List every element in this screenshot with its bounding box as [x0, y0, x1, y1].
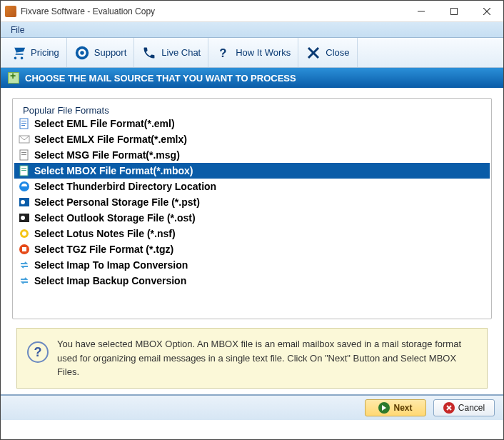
- svg-marker-30: [382, 405, 386, 411]
- cart-icon: [11, 45, 26, 61]
- svg-rect-13: [21, 125, 25, 126]
- headset-icon: [74, 45, 90, 61]
- format-label: Select TGZ File Format (*.tgz): [34, 244, 173, 255]
- envelope-icon: [19, 134, 30, 145]
- footer: Next Cancel: [1, 394, 503, 420]
- toolbar: Pricing Support Live Chat ? How It Works…: [1, 38, 503, 68]
- format-label: Select MSG File Format(*.msg): [34, 149, 180, 161]
- toolbar-label: Close: [326, 47, 349, 58]
- toolbar-pricing-button[interactable]: Pricing: [4, 38, 67, 67]
- format-item-eml[interactable]: Select EML File Format(*.eml): [14, 116, 490, 131]
- formats-fieldset: Popular File Formats Select EML File For…: [12, 98, 492, 319]
- menubar: File: [1, 22, 503, 38]
- toolbar-howitworks-button[interactable]: ? How It Works: [208, 38, 298, 67]
- close-window-button[interactable]: [470, 1, 503, 22]
- info-panel: ? You have selected MBOX Option. An MBOX…: [16, 328, 488, 389]
- close-icon: [306, 45, 321, 61]
- format-item-ost[interactable]: Select Outlook Storage File (*.ost): [14, 210, 490, 226]
- cancel-button[interactable]: Cancel: [433, 399, 495, 416]
- format-item-nsf[interactable]: Select Lotus Notes File (*.nsf): [14, 226, 490, 241]
- format-label: Select EML File Format(*.eml): [34, 118, 175, 129]
- format-item-mbox[interactable]: Select MBOX File Format(*.mbox): [14, 163, 490, 179]
- svg-rect-29: [22, 247, 26, 251]
- section-title: CHOOSE THE MAIL SOURCE THAT YOU WANT TO …: [25, 73, 296, 84]
- add-page-icon: [8, 72, 19, 84]
- file-icon: [19, 118, 30, 129]
- format-item-pst[interactable]: Select Personal Storage File (*.pst): [14, 194, 490, 210]
- svg-point-25: [21, 216, 25, 220]
- svg-point-6: [80, 51, 84, 55]
- content-area: Popular File Formats Select EML File For…: [1, 88, 503, 325]
- format-label: Select Imap Backup Conversion: [34, 275, 186, 286]
- outlook-dark-icon: [19, 212, 30, 224]
- format-label: Select Lotus Notes File (*.nsf): [34, 228, 176, 239]
- svg-rect-1: [451, 8, 458, 14]
- phone-icon: [141, 45, 157, 61]
- format-item-msg[interactable]: Select MSG File Format(*.msg): [14, 147, 490, 163]
- arrow-right-icon: [378, 402, 390, 414]
- svg-rect-11: [21, 121, 26, 121]
- thunderbird-icon: [19, 181, 30, 192]
- next-button[interactable]: Next: [365, 399, 426, 416]
- info-icon: ?: [27, 341, 49, 363]
- titlebar: Fixvare Software - Evaluation Copy: [1, 1, 503, 22]
- backup-icon: [19, 275, 30, 286]
- format-item-emlx[interactable]: Select EMLX File Format(*.emlx): [14, 131, 490, 147]
- toolbar-close-button[interactable]: Close: [298, 38, 357, 67]
- file-icon: [19, 165, 30, 176]
- svg-point-23: [21, 200, 25, 204]
- format-item-imap-to-imap[interactable]: Select Imap To Imap Conversion: [14, 257, 490, 273]
- format-label: Select Outlook Storage File (*.ost): [34, 212, 196, 224]
- svg-rect-12: [21, 123, 26, 124]
- archive-icon: [19, 244, 30, 255]
- svg-rect-20: [21, 170, 26, 171]
- file-icon: [19, 149, 30, 161]
- lotus-icon: [19, 228, 30, 239]
- toolbar-support-button[interactable]: Support: [67, 38, 135, 67]
- svg-rect-19: [21, 168, 26, 169]
- format-label: Select Personal Storage File (*.pst): [34, 196, 200, 208]
- sync-icon: [19, 259, 30, 271]
- toolbar-label: How It Works: [236, 47, 291, 58]
- section-header: CHOOSE THE MAIL SOURCE THAT YOU WANT TO …: [1, 68, 503, 88]
- format-label: Select Thunderbird Directory Location: [34, 181, 216, 192]
- format-label: Select Imap To Imap Conversion: [34, 259, 188, 271]
- format-item-thunderbird[interactable]: Select Thunderbird Directory Location: [14, 179, 490, 194]
- format-item-imap-backup[interactable]: Select Imap Backup Conversion: [14, 273, 490, 289]
- svg-rect-17: [21, 154, 26, 155]
- formats-legend: Popular File Formats: [20, 105, 112, 116]
- button-label: Cancel: [458, 403, 485, 413]
- format-label: Select EMLX File Format(*.emlx): [34, 134, 187, 145]
- window-controls: [405, 1, 503, 22]
- svg-text:?: ?: [219, 46, 226, 59]
- toolbar-livechat-button[interactable]: Live Chat: [134, 38, 208, 67]
- cancel-icon: [443, 402, 455, 414]
- toolbar-label: Live Chat: [161, 47, 201, 58]
- minimize-button[interactable]: [405, 1, 438, 22]
- toolbar-label: Pricing: [31, 47, 59, 58]
- question-icon: ?: [216, 45, 231, 61]
- format-label: Select MBOX File Format(*.mbox): [34, 165, 193, 176]
- svg-rect-16: [21, 152, 26, 153]
- maximize-button[interactable]: [438, 1, 470, 22]
- button-label: Next: [393, 403, 412, 413]
- format-item-tgz[interactable]: Select TGZ File Format (*.tgz): [14, 241, 490, 257]
- toolbar-label: Support: [94, 47, 127, 58]
- outlook-icon: [19, 196, 30, 208]
- menu-file[interactable]: File: [5, 24, 30, 36]
- info-text: You have selected MBOX Option. An MBOX f…: [57, 337, 477, 379]
- svg-point-27: [22, 231, 26, 236]
- window-title: Fixvare Software - Evaluation Copy: [21, 6, 405, 16]
- app-icon: [5, 6, 16, 17]
